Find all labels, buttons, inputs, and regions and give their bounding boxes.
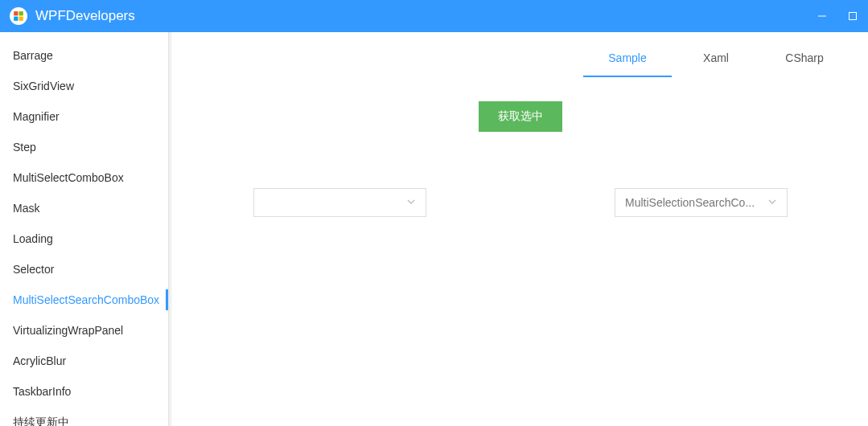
sidebar-item-持续更新中[interactable]: 持续更新中 bbox=[0, 407, 168, 426]
sidebar-item-acrylicblur[interactable]: AcrylicBlur bbox=[0, 346, 168, 376]
get-selected-button[interactable]: 获取选中 bbox=[479, 101, 562, 132]
svg-rect-1 bbox=[19, 11, 23, 15]
combo-multiselection[interactable]: MultiSelectionSearchCo... bbox=[615, 188, 788, 217]
sidebar-item-selector[interactable]: Selector bbox=[0, 254, 168, 285]
app-logo bbox=[10, 7, 27, 25]
sidebar-item-taskbarinfo[interactable]: TaskbarInfo bbox=[0, 376, 168, 407]
sidebar: BarrageSixGridViewMagnifierStepMultiSele… bbox=[0, 32, 169, 426]
sidebar-item-barrage[interactable]: Barrage bbox=[0, 40, 168, 71]
sidebar-item-multiselectsearchcombobox[interactable]: MultiSelectSearchComboBox bbox=[0, 285, 168, 315]
main-panel: SampleXamlCSharp 获取选中 MultiSelectionSear… bbox=[173, 32, 868, 426]
window-controls bbox=[807, 0, 868, 32]
sidebar-item-mask[interactable]: Mask bbox=[0, 193, 168, 223]
sidebar-item-multiselectcombobox[interactable]: MultiSelectComboBox bbox=[0, 162, 168, 193]
svg-rect-5 bbox=[849, 13, 857, 20]
sidebar-item-loading[interactable]: Loading bbox=[0, 223, 168, 254]
chevron-down-icon bbox=[406, 196, 416, 209]
sidebar-item-sixgridview[interactable]: SixGridView bbox=[0, 71, 168, 101]
tabs: SampleXamlCSharp bbox=[173, 32, 868, 77]
tab-sample[interactable]: Sample bbox=[583, 43, 672, 77]
tab-xaml[interactable]: Xaml bbox=[672, 43, 760, 77]
sidebar-item-step[interactable]: Step bbox=[0, 132, 168, 162]
sidebar-item-virtualizingwrappanel[interactable]: VirtualizingWrapPanel bbox=[0, 315, 168, 346]
content-area: 获取选中 MultiSelectionSearchCo... bbox=[173, 77, 868, 426]
titlebar: WPFDevelopers bbox=[0, 0, 868, 32]
chevron-down-icon bbox=[767, 196, 777, 209]
minimize-button[interactable] bbox=[807, 0, 837, 32]
button-row: 获取选中 bbox=[205, 101, 836, 132]
svg-rect-3 bbox=[19, 17, 23, 21]
combo-empty[interactable] bbox=[253, 188, 426, 217]
tab-csharp[interactable]: CSharp bbox=[760, 43, 849, 77]
windows-icon bbox=[13, 10, 24, 22]
window-title: WPFDevelopers bbox=[35, 8, 807, 24]
svg-rect-2 bbox=[14, 17, 18, 21]
combo-multiselection-value: MultiSelectionSearchCo... bbox=[625, 196, 755, 209]
svg-rect-0 bbox=[14, 11, 18, 15]
maximize-button[interactable] bbox=[837, 0, 868, 32]
sidebar-item-magnifier[interactable]: Magnifier bbox=[0, 101, 168, 132]
combo-row: MultiSelectionSearchCo... bbox=[205, 188, 836, 217]
